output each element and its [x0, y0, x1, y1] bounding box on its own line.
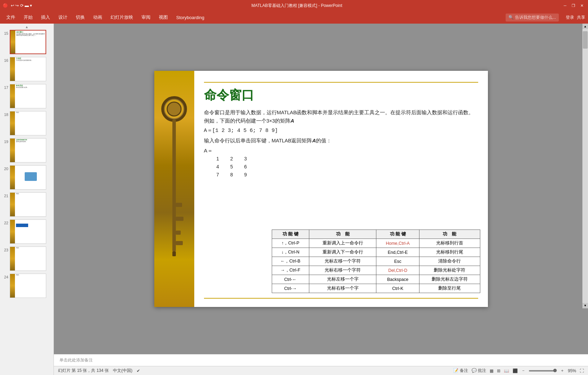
slide-thumb-15[interactable]: 15 命令窗口 命令窗口是用于输入数据，运行MATLAB函数和脚本并显示结果的主…	[1, 29, 52, 55]
m33: 9	[242, 171, 249, 179]
share-button[interactable]: 共享	[577, 15, 585, 20]
table-row: Ctrl-→ 光标右移一个字 Ctrl-K 删除至行尾	[272, 284, 480, 293]
matrix-wrapper: A＝ 1 2 3 4 5	[204, 147, 249, 179]
slide-thumb-20[interactable]: 20	[1, 164, 52, 191]
cell-r3c4: 清除命令行	[419, 257, 480, 266]
status-bar: 幻灯片 第 15 张，共 134 张 中文(中国) ✔ 📝 备注 💬 批注 ▦ …	[54, 366, 588, 375]
notes-area[interactable]: 单击此处添加备注	[54, 354, 588, 366]
m32: 8	[228, 171, 235, 179]
zoom-thumb[interactable]	[553, 369, 557, 372]
slide-canvas: 命令窗口 命令窗口是用于输入数据，运行MATLAB函数和脚本并显示结果的主要工具…	[154, 71, 488, 307]
svg-rect-4	[176, 217, 183, 221]
cell-r6c3: Ctrl-K	[376, 284, 419, 293]
svg-point-1	[167, 102, 181, 116]
bottom-line	[204, 298, 478, 299]
scroll-down-btn[interactable]: ▼	[582, 303, 588, 308]
slide-num-18: 18	[2, 111, 8, 117]
slide-thumb-24[interactable]: 24 内容...	[1, 273, 52, 299]
zoom-slider[interactable]	[529, 370, 557, 372]
matrix-var-a: A	[291, 118, 294, 124]
matrix-row-3: 7 8 9	[214, 171, 249, 179]
view-slide-sorter[interactable]: ⊞	[497, 368, 500, 373]
menu-animations[interactable]: 动画	[90, 13, 106, 22]
body-para-3: 输入命令行以后单击回车键，MATLAB返回矩阵A的值：	[204, 137, 478, 145]
slide-num-16: 16	[2, 57, 8, 62]
close-button[interactable]: ✕	[578, 2, 585, 9]
slide-thumb-16[interactable]: 16 工作区 工作区显示当前变量列表...	[1, 56, 52, 82]
cell-r4c1: →，Ctrl-F	[272, 266, 309, 275]
highlight-text-2: Del,Ctrl-D	[388, 268, 407, 273]
thumb-img-19: 运算符和特殊字符 各种运算符说明...	[10, 138, 46, 162]
matrix-row-1: 1 2 3	[214, 155, 249, 163]
cell-r6c4: 删除至行尾	[419, 284, 480, 293]
app-icon: 🔴	[3, 3, 8, 8]
top-line	[204, 82, 478, 83]
vertical-scrollbar[interactable]: ▲ ▼	[582, 24, 588, 308]
window-controls: ─ ❐ ✕	[562, 2, 585, 9]
menu-design[interactable]: 设计	[55, 13, 71, 22]
cell-r5c4: 删除光标左边字符	[419, 275, 480, 284]
slide-thumb-21[interactable]: 21 内容...	[1, 191, 52, 218]
panel-scroll-up[interactable]: ▲	[1, 25, 52, 29]
table-row: ←，Ctrl-B 光标左移一个字符 Esc 清除命令行	[272, 257, 480, 266]
view-reading[interactable]: 📖	[504, 368, 509, 373]
menu-review[interactable]: 审阅	[138, 13, 154, 22]
cell-r3c3: Esc	[376, 257, 419, 266]
slide-num-24: 24	[2, 274, 8, 279]
slide-gold-sidebar	[154, 71, 194, 307]
minimize-button[interactable]: ─	[562, 2, 569, 9]
accessibility-icon[interactable]: ✔	[137, 368, 140, 373]
slide-num-15: 15	[2, 30, 8, 35]
menu-insert[interactable]: 插入	[38, 13, 54, 22]
key-image	[160, 81, 189, 290]
lang-indicator: 中文(中国)	[113, 368, 132, 374]
slide-num-17: 17	[2, 84, 8, 90]
view-normal[interactable]: ▦	[490, 368, 493, 373]
svg-rect-7	[172, 251, 176, 256]
slide-thumb-18[interactable]: 18 内容...	[1, 110, 52, 136]
menu-view[interactable]: 视图	[155, 13, 171, 22]
cell-r5c2: 光标左移一个字	[309, 275, 376, 284]
table-row: Ctrl-← 光标左移一个字 Backspace 删除光标左边字符	[272, 275, 480, 284]
cell-r5c1: Ctrl-←	[272, 275, 309, 284]
col-header-3: 功 能 键	[376, 230, 419, 239]
menu-slideshow[interactable]: 幻灯片放映	[107, 13, 137, 22]
matrix-values: 1 2 3 4 5 6	[214, 155, 249, 179]
cell-r1c2: 重新调入上一命令行	[309, 239, 376, 248]
scroll-up-btn[interactable]: ▲	[582, 24, 588, 29]
menu-home[interactable]: 开始	[20, 13, 36, 22]
zoom-out-btn[interactable]: －	[521, 368, 525, 374]
menu-transitions[interactable]: 切换	[72, 13, 88, 22]
slide-thumb-17[interactable]: 17 命令历史 命令历史窗口记录...	[1, 83, 52, 109]
view-presenter[interactable]: ⬛	[513, 368, 518, 373]
slide-thumb-23[interactable]: 23 内容...	[1, 245, 52, 272]
command-table: 功 能 键 功 能 功 能 键 功 能 ↑，Ctrl-P 重新调入上一命令行 H…	[272, 230, 480, 293]
notes-btn[interactable]: 📝 备注	[453, 368, 468, 374]
thumb-img-15: 命令窗口 命令窗口是用于输入数据，运行MATLAB函数和脚本并显示结果的主要工具…	[10, 30, 46, 54]
body-para-3-end: 的值：	[316, 138, 332, 143]
thumb-img-21: 内容...	[10, 192, 46, 217]
body-para-2-text: 例如，下面的代码创建一个3×3的矩阵	[204, 118, 291, 124]
body-para-2: 例如，下面的代码创建一个3×3的矩阵A	[204, 117, 478, 125]
cell-r2c4: 光标移到行尾	[419, 248, 480, 257]
svg-rect-5	[176, 231, 181, 235]
svg-rect-3	[176, 203, 182, 207]
comments-btn[interactable]: 💬 批注	[472, 368, 486, 374]
login-button[interactable]: 登录	[566, 15, 574, 20]
menu-storyboarding[interactable]: Storyboarding	[173, 14, 208, 22]
scroll-thumb[interactable]	[583, 31, 588, 49]
fit-window-btn[interactable]: ⛶	[580, 368, 584, 373]
slide-info: 幻灯片 第 15 张，共 134 张	[58, 368, 109, 374]
slide-thumb-19[interactable]: 19 运算符和特殊字符 各种运算符说明...	[1, 137, 52, 164]
svg-rect-2	[172, 119, 176, 251]
m22: 5	[228, 163, 235, 171]
slide-num-19: 19	[2, 138, 8, 144]
cell-r2c3: End,Ctrl-E	[376, 248, 419, 257]
search-box[interactable]: 🔍 告诉我您想要做什么...	[506, 14, 559, 22]
slide-body: 命令窗口是用于输入数据，运行MATLAB函数和脚本并显示结果的主要工具之一。在提…	[204, 109, 478, 179]
menu-file[interactable]: 文件	[3, 13, 19, 22]
zoom-in-btn[interactable]: ＋	[560, 368, 564, 374]
zoom-level[interactable]: 95%	[568, 368, 576, 373]
slide-thumb-22[interactable]: 22	[1, 218, 52, 245]
restore-button[interactable]: ❐	[570, 2, 577, 9]
